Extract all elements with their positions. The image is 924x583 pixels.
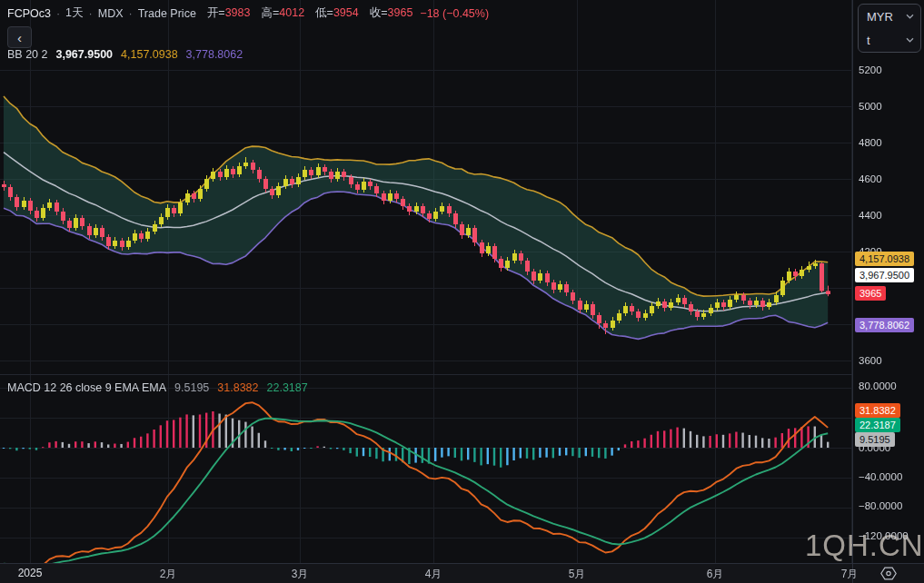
- time-axis-label: 2025: [18, 567, 43, 579]
- macd-tick-label: −80.0000: [859, 500, 902, 511]
- back-button[interactable]: ‹: [7, 26, 32, 48]
- macd-hist-value: 9.5195: [174, 381, 209, 394]
- time-axis-label: 3月: [292, 567, 309, 582]
- price-badge: 3,967.9500: [855, 268, 914, 282]
- currency-value: MYR: [867, 10, 893, 24]
- bb-title: BB 20 2: [7, 48, 47, 61]
- price-badge: 3965: [855, 286, 886, 301]
- symbol-name[interactable]: FCPOc3: [7, 7, 51, 20]
- ohlc-close: 收=3965: [370, 5, 413, 21]
- chart-app: 1QH.CN FCPOc3 · 1天 · MDX · Trade Price 开…: [0, 0, 924, 583]
- hexagon-eye-button[interactable]: [852, 563, 924, 583]
- price-type-label: Trade Price: [138, 7, 196, 20]
- price-tick-label: 3600: [859, 355, 882, 366]
- chart-canvas[interactable]: [0, 0, 924, 583]
- unit-selector: MYR t: [858, 4, 921, 53]
- macd-badge: 31.8382: [855, 403, 900, 418]
- macd-tick-label: −120.0000: [859, 530, 909, 541]
- pane-divider[interactable]: [0, 374, 852, 375]
- time-axis-separator: [0, 563, 924, 564]
- bb-basis-value: 3,967.9500: [55, 48, 113, 61]
- separator-dot: ·: [89, 7, 93, 20]
- macd-line-value: 31.8382: [217, 381, 258, 394]
- price-tick-label: 5200: [859, 64, 882, 75]
- hexagon-eye-icon: [879, 566, 898, 581]
- unit-value: t: [867, 34, 870, 47]
- macd-signal-value: 22.3187: [267, 381, 308, 394]
- ohlc-high: 高=4012: [261, 5, 304, 21]
- ohlc-low: 低=3954: [315, 5, 359, 21]
- chevron-down-icon: [906, 14, 914, 19]
- interval-label[interactable]: 1天: [65, 5, 83, 21]
- price-tick-label: 5000: [859, 101, 882, 112]
- price-tick-label: 4800: [859, 137, 882, 148]
- exchange-label[interactable]: MDX: [98, 7, 124, 20]
- price-tick-label: 4400: [859, 210, 882, 221]
- macd-badge: 9.5195: [855, 432, 895, 447]
- time-axis-label: 6月: [707, 567, 724, 582]
- bb-upper-value: 4,157.0938: [121, 48, 178, 61]
- unit-dropdown[interactable]: t: [859, 28, 920, 52]
- macd-legend-row[interactable]: MACD 12 26 close 9 EMA EMA 9.5195 31.838…: [7, 381, 308, 394]
- symbol-legend-row: FCPOc3 · 1天 · MDX · Trade Price 开=3983 高…: [7, 5, 489, 21]
- currency-dropdown[interactable]: MYR: [859, 5, 920, 28]
- macd-tick-label: 80.0000: [859, 380, 897, 391]
- price-axis-separator: [852, 0, 853, 583]
- macd-tick-label: −40.0000: [859, 471, 902, 482]
- price-badge: 4,157.0938: [855, 252, 914, 266]
- time-axis-label: 2月: [160, 567, 177, 582]
- chevron-down-icon: [906, 37, 914, 43]
- time-axis-label: 5月: [569, 567, 586, 582]
- macd-badge: 22.3187: [855, 418, 900, 432]
- time-axis-label: 4月: [425, 567, 442, 582]
- bb-lower-value: 3,778.8062: [186, 48, 243, 61]
- ohlc-open: 开=3983: [207, 5, 251, 21]
- price-badge: 3,778.8062: [855, 318, 914, 332]
- change-value: −18 (−0.45%): [420, 7, 489, 20]
- separator-dot: ·: [129, 7, 133, 20]
- back-chevron-icon: ‹: [17, 31, 22, 44]
- price-tick-label: 4600: [859, 173, 882, 184]
- separator-dot: ·: [56, 7, 60, 20]
- macd-title: MACD 12 26 close 9 EMA EMA: [7, 381, 166, 394]
- bb-legend-row[interactable]: BB 20 2 3,967.9500 4,157.0938 3,778.8062: [7, 48, 243, 61]
